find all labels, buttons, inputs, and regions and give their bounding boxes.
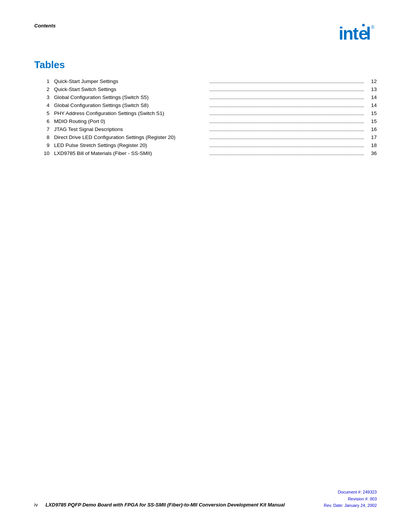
toc-item: 10LXD9785 Bill of Materials (Fiber - SS-… <box>34 150 377 156</box>
svg-point-4 <box>362 24 365 27</box>
toc-number: 7 <box>34 126 49 132</box>
toc-item: 5PHY Address Configuration Settings (Swi… <box>34 110 377 116</box>
toc-page: 15 <box>365 118 377 124</box>
toc-page: 15 <box>365 110 377 116</box>
toc-label: LXD9785 Bill of Materials (Fiber - SS-SM… <box>54 150 208 156</box>
toc-item: 4Global Configuration Settings (Switch S… <box>34 102 377 108</box>
tables-title: Tables <box>34 59 377 71</box>
toc-label: LED Pulse Stretch Settings (Register 20) <box>54 142 208 148</box>
page-container: Contents int e l ® Tables 1Quick-Start J… <box>0 0 411 532</box>
toc-number: 3 <box>34 94 49 100</box>
toc-dots <box>210 155 364 155</box>
footer: iv LXD9785 PQFP Demo Board with FPGA for… <box>34 502 377 509</box>
toc-dots <box>210 115 364 115</box>
toc-number: 2 <box>34 86 49 92</box>
toc-item: 7JTAG Test Signal Descriptions16 <box>34 126 377 132</box>
toc-page: 12 <box>365 78 377 84</box>
toc-number: 6 <box>34 118 49 124</box>
footer-document-number: Document #: 249323 <box>324 489 377 496</box>
toc-label: Global Configuration Settings (Switch S5… <box>54 94 208 100</box>
footer-document-title: LXD9785 PQFP Demo Board with FPGA for SS… <box>45 502 285 508</box>
toc-page: 36 <box>365 150 377 156</box>
toc-dots <box>210 99 364 99</box>
toc-label: Quick-Start Switch Settings <box>54 86 208 92</box>
toc-label: MDIO Routing (Port 0) <box>54 118 208 124</box>
svg-text:int: int <box>339 24 358 43</box>
toc-page: 14 <box>365 94 377 100</box>
footer-page-number: iv <box>34 502 38 508</box>
toc-label: Direct Drive LED Configuration Settings … <box>54 134 208 140</box>
toc-item: 9LED Pulse Stretch Settings (Register 20… <box>34 142 377 148</box>
toc-label: Quick-Start Jumper Settings <box>54 78 208 84</box>
toc-number: 4 <box>34 102 49 108</box>
svg-text:®: ® <box>371 25 374 30</box>
intel-logo: int e l ® <box>339 23 377 44</box>
toc-number: 10 <box>34 150 49 156</box>
toc-dots <box>210 147 364 147</box>
toc-list: 1Quick-Start Jumper Settings122Quick-Sta… <box>34 78 377 156</box>
footer-rev-date: Rev. Date: January 24, 2002 <box>324 502 377 509</box>
toc-item: 2Quick-Start Switch Settings13 <box>34 86 377 92</box>
header: Contents int e l ® <box>34 23 377 44</box>
intel-logo-svg: int e l ® <box>339 23 377 44</box>
toc-page: 17 <box>365 134 377 140</box>
toc-page: 18 <box>365 142 377 148</box>
toc-number: 1 <box>34 78 49 84</box>
toc-label: JTAG Test Signal Descriptions <box>54 126 208 132</box>
toc-dots <box>210 83 364 83</box>
svg-text:l: l <box>366 24 371 43</box>
toc-dots <box>210 123 364 123</box>
toc-dots <box>210 139 364 139</box>
toc-dots <box>210 107 364 107</box>
toc-number: 9 <box>34 142 49 148</box>
footer-revision: Revision #: 003 <box>324 496 377 503</box>
contents-label: Contents <box>34 23 56 29</box>
tables-section: Tables 1Quick-Start Jumper Settings122Qu… <box>34 59 377 156</box>
toc-item: 8Direct Drive LED Configuration Settings… <box>34 134 377 140</box>
toc-number: 8 <box>34 134 49 140</box>
footer-right-info: Document #: 249323 Revision #: 003 Rev. … <box>324 489 377 509</box>
toc-number: 5 <box>34 110 49 116</box>
toc-item: 1Quick-Start Jumper Settings12 <box>34 78 377 84</box>
toc-dots <box>210 131 364 131</box>
toc-page: 13 <box>365 86 377 92</box>
toc-page: 16 <box>365 126 377 132</box>
toc-label: PHY Address Configuration Settings (Swit… <box>54 110 208 116</box>
toc-dots <box>210 91 364 91</box>
toc-page: 14 <box>365 102 377 108</box>
toc-item: 3Global Configuration Settings (Switch S… <box>34 94 377 100</box>
toc-item: 6MDIO Routing (Port 0)15 <box>34 118 377 124</box>
toc-label: Global Configuration Settings (Switch S8… <box>54 102 208 108</box>
